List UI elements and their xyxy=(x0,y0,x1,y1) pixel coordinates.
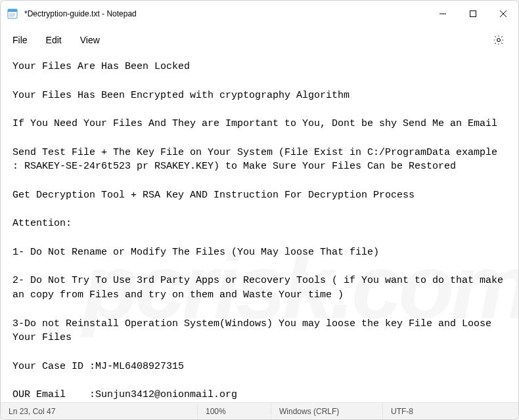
window-title: *Dectryption-guide.txt - Notepad xyxy=(24,9,137,18)
menu-view[interactable]: View xyxy=(71,31,109,49)
svg-point-9 xyxy=(497,39,501,42)
status-line-ending: Windows (CRLF) xyxy=(271,403,383,419)
status-bar: Ln 23, Col 47 100% Windows (CRLF) UTF-8 xyxy=(1,402,518,419)
notepad-window: *Dectryption-guide.txt - Notepad File Ed… xyxy=(0,0,519,420)
title-bar: *Dectryption-guide.txt - Notepad xyxy=(1,1,518,27)
menu-file[interactable]: File xyxy=(9,31,37,49)
menu-edit[interactable]: Edit xyxy=(37,31,71,49)
svg-rect-1 xyxy=(8,9,17,12)
close-icon xyxy=(500,10,507,17)
svg-rect-6 xyxy=(470,11,476,17)
text-area[interactable]: Your Files Are Has Been Locked Your File… xyxy=(1,53,518,402)
status-encoding: UTF-8 xyxy=(383,403,518,419)
gear-icon xyxy=(493,34,505,46)
maximize-button[interactable] xyxy=(458,1,488,27)
notepad-icon xyxy=(7,9,18,19)
document-text: Your Files Are Has Been Locked Your File… xyxy=(12,60,507,402)
settings-button[interactable] xyxy=(487,28,510,52)
maximize-icon xyxy=(470,10,476,17)
minimize-button[interactable] xyxy=(428,1,458,27)
status-cursor-position: Ln 23, Col 47 xyxy=(1,403,198,419)
minimize-icon xyxy=(440,10,446,17)
menu-bar: File Edit View xyxy=(1,27,518,53)
status-zoom: 100% xyxy=(198,403,271,419)
close-button[interactable] xyxy=(488,1,518,27)
